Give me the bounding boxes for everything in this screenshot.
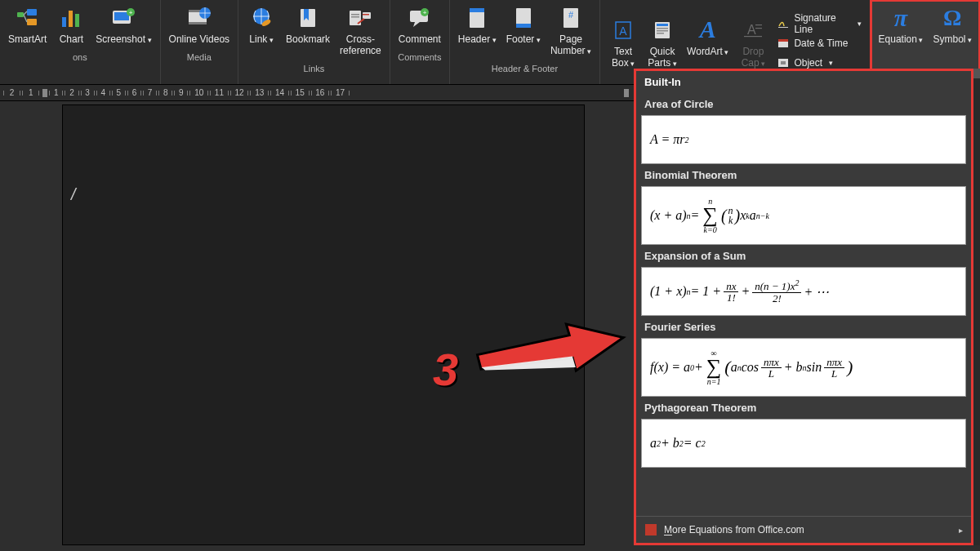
dropdown-scrollbar[interactable] [973, 69, 980, 545]
comment-button[interactable]: + Comment [394, 2, 446, 49]
crossref-button[interactable]: Cross-reference [335, 2, 386, 60]
crossref-icon [347, 5, 373, 31]
page-number-label: PageNumber [550, 34, 591, 57]
group-comments-label: Comments [394, 49, 446, 64]
svg-rect-36 [657, 30, 668, 32]
symbol-button[interactable]: Ω Symbol [928, 2, 977, 49]
group-symbols-label [874, 49, 977, 64]
signature-line-button[interactable]: Signature Line ▾ [777, 16, 861, 32]
svg-rect-28 [516, 24, 531, 28]
comment-label: Comment [399, 34, 441, 46]
equation-item-title: Binomial Theorem [641, 164, 966, 186]
bookmark-label: Bookmark [286, 34, 330, 46]
svg-rect-12 [189, 22, 207, 24]
equation-item[interactable]: (x + a)n = n∑k=0 (nk) xkan−k [641, 186, 966, 245]
textbox-label: TextBox [612, 47, 635, 69]
bookmark-icon [295, 5, 321, 31]
datetime-label: Date & Time [794, 38, 848, 49]
chart-icon [58, 5, 84, 31]
annotation-step-number: 3 [433, 343, 458, 396]
quickparts-icon [649, 17, 675, 43]
group-header-footer: Header Footer # PageNumber Header & Foot… [450, 0, 600, 84]
svg-rect-21 [363, 14, 369, 16]
equation-item[interactable]: (1 + x)n = 1 + nx1! + n(n − 1)x22! + ⋯ [641, 267, 966, 316]
page-number-button[interactable]: # PageNumber [546, 2, 596, 60]
quickparts-label: QuickParts [648, 47, 677, 69]
quickparts-button[interactable]: QuickParts [643, 14, 682, 73]
svg-rect-35 [657, 28, 668, 29]
smartart-icon [15, 5, 41, 31]
svg-rect-5 [75, 14, 79, 27]
bookmark-button[interactable]: Bookmark [281, 2, 335, 60]
link-button[interactable]: Link [242, 2, 281, 60]
header-icon [464, 5, 490, 31]
group-illustrations-label: ons [3, 49, 157, 64]
textbox-icon: A [610, 17, 636, 43]
svg-rect-42 [778, 27, 788, 28]
equation-item[interactable]: f(x) = a0 + ∞∑n=1 (an cos nπxL + bn sin … [641, 338, 966, 397]
more-equations-link[interactable]: More Equations from Office.com [636, 516, 971, 543]
object-label: Object [794, 57, 822, 69]
equation-item[interactable]: a2 + b2 = c2 [641, 419, 966, 468]
svg-text:A: A [747, 23, 756, 37]
svg-rect-4 [69, 11, 73, 27]
chart-label: Chart [60, 34, 83, 46]
online-videos-button[interactable]: Online Videos [164, 2, 235, 49]
footer-icon [510, 5, 537, 31]
smartart-label: SmartArt [8, 34, 47, 46]
equation-item[interactable]: A = πr2 [641, 115, 966, 164]
dropcap-icon: A [740, 17, 766, 43]
object-icon [777, 56, 791, 69]
screenshot-label: Screenshot [96, 34, 151, 46]
equation-item-title: Fourier Series [641, 316, 966, 338]
group-illustrations: SmartArt Chart + Screenshot ons [0, 0, 161, 84]
svg-rect-34 [657, 24, 668, 26]
wordart-button[interactable]: A WordArt [682, 14, 733, 73]
online-videos-label: Online Videos [169, 34, 230, 46]
pi-icon: π [888, 5, 914, 31]
svg-rect-1 [27, 9, 37, 16]
group-comments: + Comment Comments [390, 0, 450, 84]
footer-button[interactable]: Footer [501, 2, 546, 60]
globe-link-icon [248, 5, 274, 31]
dropcap-button: A DropCap [733, 14, 773, 73]
equation-button[interactable]: π Equation [874, 2, 929, 49]
scroll-up-icon[interactable] [973, 69, 980, 78]
annotation-arrow [474, 320, 629, 385]
svg-text:A: A [619, 24, 627, 38]
equation-item-title: Area of Circle [641, 93, 966, 115]
svg-rect-44 [778, 39, 788, 42]
svg-rect-20 [363, 12, 371, 19]
svg-rect-37 [657, 33, 664, 34]
signature-label: Signature Line [794, 12, 850, 35]
svg-rect-19 [351, 16, 359, 18]
group-hf-label: Header & Footer [453, 60, 596, 75]
svg-rect-49 [645, 524, 657, 535]
chart-button[interactable]: Chart [51, 2, 91, 49]
header-label: Header [458, 34, 497, 46]
equation-label: Equation [879, 34, 924, 46]
wordart-icon: A [695, 17, 721, 43]
svg-text:+: + [129, 9, 133, 16]
svg-rect-18 [351, 14, 359, 16]
group-links-label: Links [242, 60, 386, 75]
link-label: Link [249, 34, 274, 46]
datetime-button[interactable]: Date & Time [777, 35, 861, 51]
footer-label: Footer [506, 34, 541, 46]
equation-gallery-list: Area of CircleA = πr2Binomial Theorem(x … [636, 93, 971, 516]
svg-rect-3 [62, 17, 66, 27]
group-media-label: Media [164, 49, 235, 64]
equation-gallery-header: Built-In [636, 71, 971, 93]
crossref-label: Cross-reference [340, 34, 381, 57]
textbox-button[interactable]: A TextBox [604, 14, 643, 73]
header-button[interactable]: Header [453, 2, 501, 60]
smartart-button[interactable]: SmartArt [3, 2, 51, 49]
symbol-label: Symbol [933, 34, 972, 46]
equation-item-title: Expansion of a Sum [641, 245, 966, 267]
chevron-right-icon [959, 524, 963, 535]
comment-icon: + [407, 5, 433, 31]
dropcap-label: DropCap [742, 47, 766, 69]
svg-rect-46 [781, 61, 786, 64]
screenshot-button[interactable]: + Screenshot [91, 2, 156, 49]
svg-marker-47 [474, 320, 626, 384]
